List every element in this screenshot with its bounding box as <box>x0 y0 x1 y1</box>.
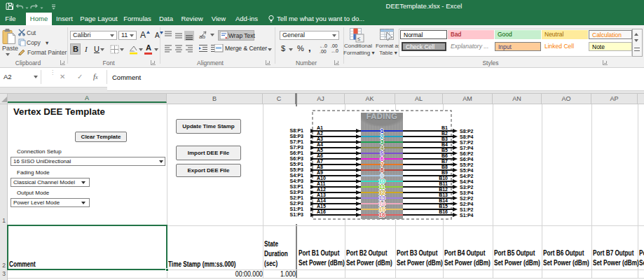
svg-text:ab: ab <box>199 34 205 39</box>
svg-text:≤: ≤ <box>357 36 361 42</box>
